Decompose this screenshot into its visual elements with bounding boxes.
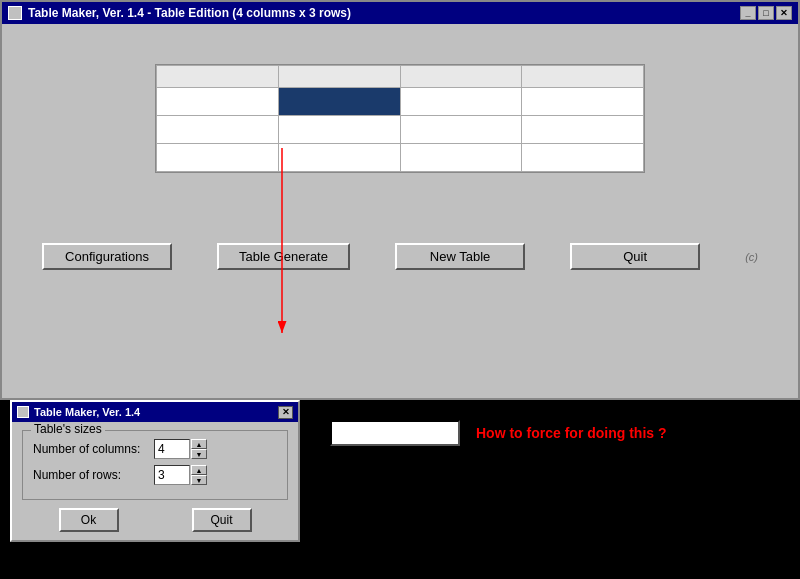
rows-down-button[interactable]: ▼ <box>191 475 207 485</box>
data-cell <box>157 144 279 172</box>
rows-up-button[interactable]: ▲ <box>191 465 207 475</box>
rows-label: Number of rows: <box>33 468 148 482</box>
sub-content: Table's sizes Number of columns: ▲ ▼ Num… <box>12 422 298 540</box>
configurations-button[interactable]: Configurations <box>42 243 172 270</box>
rows-spinner[interactable]: ▲ ▼ <box>154 465 207 485</box>
sub-dialog: Table Maker, Ver. 1.4 ✕ Table's sizes Nu… <box>10 400 300 542</box>
table-row <box>157 116 644 144</box>
maximize-button[interactable]: □ <box>758 6 774 20</box>
table-preview <box>155 64 645 173</box>
data-cell <box>400 116 522 144</box>
columns-down-button[interactable]: ▼ <box>191 449 207 459</box>
title-bar-left: Table Maker, Ver. 1.4 - Table Edition (4… <box>8 6 351 20</box>
data-cell <box>522 116 644 144</box>
data-cell <box>522 144 644 172</box>
close-button[interactable]: ✕ <box>776 6 792 20</box>
table-generate-button[interactable]: Table Generate <box>217 243 350 270</box>
text-input-area: How to force for doing this ? <box>330 420 667 446</box>
header-cell <box>157 66 279 88</box>
columns-spin-buttons: ▲ ▼ <box>191 439 207 459</box>
title-bar: Table Maker, Ver. 1.4 - Table Edition (4… <box>2 2 798 24</box>
sub-window-title: Table Maker, Ver. 1.4 <box>34 406 140 418</box>
sub-title-left: Table Maker, Ver. 1.4 <box>17 406 140 418</box>
data-cell <box>400 144 522 172</box>
columns-input[interactable] <box>154 439 190 459</box>
header-cell <box>522 66 644 88</box>
sub-ok-button[interactable]: Ok <box>59 508 119 532</box>
rows-field-row: Number of rows: ▲ ▼ <box>33 465 277 485</box>
buttons-row: Configurations Table Generate New Table … <box>2 233 798 280</box>
sub-title-bar: Table Maker, Ver. 1.4 ✕ <box>12 402 298 422</box>
sub-buttons-row: Ok Quit <box>22 508 288 532</box>
new-table-button[interactable]: New Table <box>395 243 525 270</box>
fieldset-legend: Table's sizes <box>31 422 105 436</box>
table-row <box>157 88 644 116</box>
data-cell <box>278 144 400 172</box>
data-cell <box>400 88 522 116</box>
table-sizes-group: Table's sizes Number of columns: ▲ ▼ Num… <box>22 430 288 500</box>
sub-close-button[interactable]: ✕ <box>278 406 293 419</box>
main-window: Table Maker, Ver. 1.4 - Table Edition (4… <box>0 0 800 400</box>
selected-cell <box>278 88 400 116</box>
data-cell <box>157 88 279 116</box>
copyright-text: (c) <box>745 251 758 263</box>
table-row <box>157 66 644 88</box>
sub-quit-button[interactable]: Quit <box>192 508 252 532</box>
window-title: Table Maker, Ver. 1.4 - Table Edition (4… <box>28 6 351 20</box>
preview-table <box>156 65 644 172</box>
columns-field-row: Number of columns: ▲ ▼ <box>33 439 277 459</box>
columns-label: Number of columns: <box>33 442 148 456</box>
table-row <box>157 144 644 172</box>
columns-up-button[interactable]: ▲ <box>191 439 207 449</box>
data-cell <box>278 116 400 144</box>
header-cell <box>400 66 522 88</box>
title-controls: _ □ ✕ <box>740 6 792 20</box>
data-cell <box>522 88 644 116</box>
rows-spin-buttons: ▲ ▼ <box>191 465 207 485</box>
quit-button[interactable]: Quit <box>570 243 700 270</box>
columns-spinner[interactable]: ▲ ▼ <box>154 439 207 459</box>
data-cell <box>157 116 279 144</box>
minimize-button[interactable]: _ <box>740 6 756 20</box>
rows-input[interactable] <box>154 465 190 485</box>
header-cell <box>278 66 400 88</box>
force-input[interactable] <box>330 420 460 446</box>
hint-text: How to force for doing this ? <box>476 425 667 441</box>
sub-app-icon <box>17 406 29 418</box>
main-content <box>2 24 798 213</box>
app-icon <box>8 6 22 20</box>
